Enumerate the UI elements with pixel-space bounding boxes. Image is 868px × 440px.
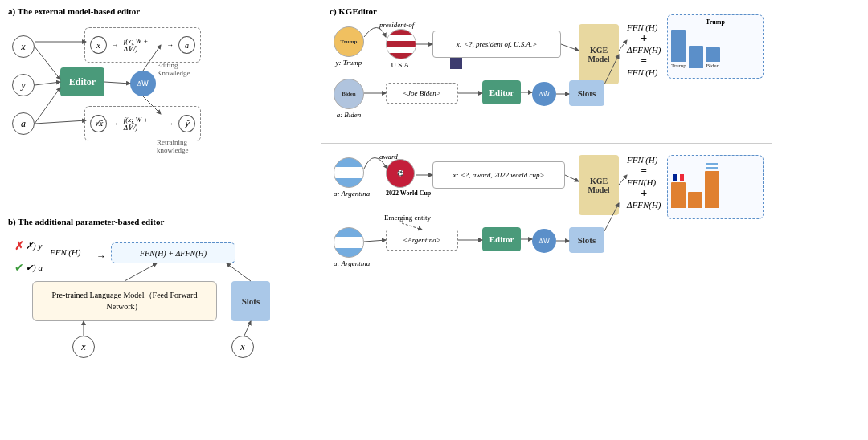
- argentina-bottom-container: a: Argentina: [334, 227, 370, 267]
- usa-label: U.S.A.: [386, 61, 416, 69]
- trump-face: Trump: [334, 26, 364, 57]
- slots-top-c: Slots: [569, 80, 604, 106]
- diagram-a: x y a Editor ΔW̃ x → f(x; W + ΔW̃) →: [8, 19, 201, 204]
- small-x-top: x: [90, 36, 107, 54]
- pretrained-box: Pre-trained Language Model（Feed Forward …: [32, 281, 217, 321]
- arg-flag-top: [334, 157, 364, 188]
- section-a: a) The external model-based editor x y a…: [8, 6, 201, 207]
- separator: [321, 143, 772, 144]
- delta-ffn-bottom: ΔFFN(H): [627, 200, 661, 210]
- kge-model-top: KGE Model: [579, 24, 619, 84]
- chart-top-title-trump: Trump: [671, 18, 760, 26]
- svg-line-0: [35, 47, 60, 79]
- check-a-label: ✔) a: [26, 263, 43, 273]
- ffn-prime-bottom: FFN'(H): [627, 155, 661, 165]
- bar-biden1-rect: [689, 46, 703, 68]
- ffn-formula-b: FFN(H) + ΔFFN(H): [140, 249, 207, 258]
- svg-line-1: [35, 82, 60, 85]
- svg-line-13: [561, 44, 579, 51]
- x-node-b1: x: [72, 336, 95, 358]
- plus-top: +: [627, 32, 661, 45]
- argentina-label-top: a: Argentina: [334, 189, 370, 198]
- editor-top-c: Editor: [482, 80, 521, 104]
- chart-top-right: Trump Trump Biden: [667, 14, 764, 79]
- bar-trump-rect: [671, 30, 686, 62]
- svg-line-11: [227, 263, 251, 281]
- svg-line-7: [35, 120, 86, 124]
- bar-france: [671, 174, 686, 209]
- formula-top-right: FFN'(H) + ΔFFN(H) = FFN'(H): [627, 22, 661, 77]
- slots-bottom-c: Slots: [569, 227, 604, 253]
- section-b: b) The additional parameter-based editor…: [8, 217, 313, 434]
- usa-flag: [386, 29, 416, 59]
- ffn-h-bottom: FFN(H): [627, 177, 661, 187]
- small-forall-x: ∀x̄: [90, 115, 107, 132]
- delta-w-a: ΔW̃: [130, 71, 156, 96]
- pretrained-label: Pre-trained Language Model（Feed Forward …: [36, 290, 213, 312]
- trump-avatar: Trump y: Trump: [334, 26, 364, 67]
- editing-knowledge-box: x → f(x; W + ΔW̃) → a: [84, 27, 201, 63]
- retraining-knowledge-label: Retraining knowledge: [157, 138, 201, 154]
- ffn-prime-top: FFN'(H): [627, 22, 661, 32]
- svg-line-27: [619, 175, 627, 185]
- bar-biden1: [689, 46, 703, 69]
- bar-arg-c2-rect: [705, 171, 719, 208]
- node-y: y: [12, 74, 35, 96]
- usa-container: U.S.A.: [386, 29, 416, 69]
- ffn-prime-top2: FFN'(H): [627, 67, 661, 77]
- cross-icon: ✗: [14, 239, 24, 253]
- section-a-label: a) The external model-based editor: [8, 6, 201, 16]
- trump-label: y: Trump: [334, 59, 364, 67]
- wc-container: ⚽ 2022 World Cup: [386, 159, 431, 197]
- bar-chart-bottom: [671, 159, 760, 209]
- svg-line-3: [104, 82, 130, 84]
- argentina-query-text: <Argentina>: [403, 236, 441, 244]
- editor-bottom-c: Editor: [482, 227, 521, 251]
- argentina-query-box: <Argentina>: [386, 230, 458, 251]
- ffn-dashed-box-b: FFN(H) + ΔFFN(H): [111, 242, 235, 263]
- small-a-top: a: [178, 36, 195, 54]
- section-c: c) KGEditor Trump y: Trump president-of …: [321, 6, 868, 440]
- bar-chart-top: Trump Biden: [671, 27, 760, 69]
- svg-line-10: [125, 263, 157, 281]
- cross-y: ✗ ✗) y: [14, 239, 42, 253]
- query-top-text: x: <?, president of, U.S.A.>: [457, 40, 538, 48]
- ffn-prime-label-b: FFN'(H): [50, 247, 80, 257]
- bar-arg-c2: [705, 163, 719, 209]
- svg-line-28: [402, 223, 422, 230]
- equals-bottom: =: [627, 165, 661, 177]
- editor-box-a: Editor: [60, 67, 104, 96]
- query-box-bottom: x: <?, award, 2022 world cup>: [432, 161, 565, 189]
- argentina-label2: a: Argentina: [334, 259, 370, 267]
- editing-knowledge-label: Editing Knowledge: [157, 61, 201, 77]
- equals-top: =: [627, 55, 661, 67]
- x-node-b2: x: [231, 336, 254, 358]
- small-y-bar: ȳ: [178, 115, 195, 132]
- arrow-ffn: →: [96, 251, 106, 263]
- bar-arg-c1: [688, 192, 702, 209]
- bar-trump-label: Trump: [671, 63, 686, 69]
- svg-line-2: [35, 88, 60, 124]
- node-x: x: [12, 35, 35, 58]
- kge-model-bottom: KGE Model: [579, 155, 619, 215]
- formula-bottom-right: FFN'(H) = FFN(H) + ΔFFN(H): [627, 155, 661, 210]
- check-a: ✔ ✔) a: [14, 261, 43, 275]
- delta-w-bottom-c: ΔW̃: [532, 229, 556, 253]
- argentina-top-container: a: Argentina: [334, 157, 370, 198]
- biden-label: a: Biden: [334, 111, 364, 119]
- bar-trump: Trump: [671, 30, 686, 69]
- svg-line-9: [244, 321, 251, 336]
- bar-biden2: Biden: [706, 47, 720, 69]
- chart-bottom-right: [667, 155, 764, 219]
- query-bottom-text: x: <?, award, 2022 world cup>: [452, 171, 544, 179]
- emerging-entity-label: Emerging entity: [384, 214, 431, 222]
- section-c-label: c) KGEditor: [330, 6, 377, 16]
- bar-biden2-rect: [706, 47, 720, 62]
- president-of-label: president-of: [379, 21, 414, 29]
- wc-logo: ⚽: [386, 159, 415, 188]
- section-b-label: b) The additional parameter-based editor: [8, 217, 164, 226]
- check-icon: ✔: [14, 261, 24, 275]
- query-box-top: x: <?, president of, U.S.A.>: [432, 31, 561, 58]
- bar-arg-c1-rect: [688, 192, 702, 208]
- arg-flag-bottom: [334, 227, 364, 258]
